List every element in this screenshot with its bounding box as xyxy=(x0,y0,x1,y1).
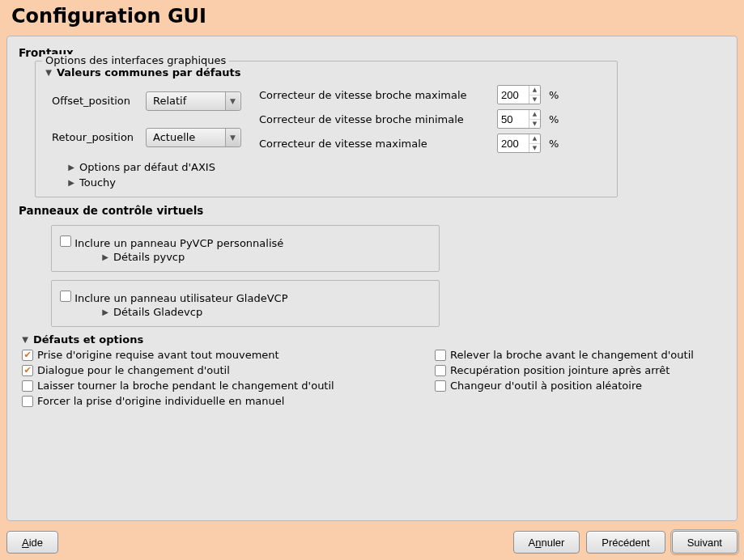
gladevcp-include-label[interactable]: Inclure un panneau utilisateur GladeVCP xyxy=(74,292,287,304)
spin-down-icon[interactable]: ▼ xyxy=(529,95,540,104)
pyvcp-include-label[interactable]: Inclure un panneau PyVCP personnalisé xyxy=(74,237,283,249)
spin-up-icon[interactable]: ▲ xyxy=(529,134,540,144)
spin-up-icon[interactable]: ▲ xyxy=(529,110,540,120)
retour-position-label: Retour_position xyxy=(52,131,141,143)
opt-restore-joint[interactable]: Recupération position jointure après arr… xyxy=(435,364,744,376)
main-panel: Frontaux Options des interfaces graphiqu… xyxy=(6,36,738,521)
spin-down-icon[interactable]: ▼ xyxy=(529,120,540,129)
offset-position-label: Offset_position xyxy=(52,95,141,107)
max-speed-input[interactable] xyxy=(498,134,529,152)
opt-random-toolchanger[interactable]: Changeur d'outil à position aléatoire xyxy=(435,380,744,392)
gladevcp-fieldset: Inclure un panneau utilisateur GladeVCP … xyxy=(51,280,440,327)
defaults-heading[interactable]: Défauts et options xyxy=(33,333,143,346)
help-rest: ide xyxy=(29,537,43,549)
max-speed-spinner[interactable]: ▲▼ xyxy=(497,134,541,153)
help-button[interactable]: Aide xyxy=(6,531,58,554)
opt-label: Dialogue pour le changement d'outil xyxy=(37,364,230,376)
expander-pyvcp-details-icon[interactable] xyxy=(100,253,110,261)
button-bar: Aide Annuler Précédent Suivant xyxy=(6,531,738,554)
opt-raise-spindle[interactable]: Relever la broche avant le changement d'… xyxy=(435,349,744,361)
retour-position-value: Actuelle xyxy=(153,131,195,143)
max-spindle-label: Correcteur de vitesse broche maximale xyxy=(259,89,494,101)
min-spindle-label: Correcteur de vitesse broche minimale xyxy=(259,113,494,125)
opt-toolchange-dialog[interactable]: Dialogue pour le changement d'outil xyxy=(22,364,419,376)
max-speed-label: Correcteur de vitesse maximale xyxy=(259,138,494,150)
back-button[interactable]: Précédent xyxy=(586,531,665,554)
chevron-down-icon: ▼ xyxy=(225,92,240,110)
max-spindle-input[interactable] xyxy=(498,86,529,104)
pyvcp-fieldset: Inclure un panneau PyVCP personnalisé Dé… xyxy=(51,225,440,272)
opt-force-individual-homing[interactable]: Forcer la prise d'origine individuelle e… xyxy=(22,395,419,407)
min-spindle-spinner[interactable]: ▲▼ xyxy=(497,109,541,129)
max-spindle-spinner[interactable]: ▲▼ xyxy=(497,85,541,104)
expander-touchy-icon[interactable] xyxy=(66,179,76,187)
touchy-label[interactable]: Touchy xyxy=(79,176,116,189)
retour-position-dropdown[interactable]: Actuelle ▼ xyxy=(146,128,241,147)
checkbox[interactable] xyxy=(435,365,446,376)
common-defaults-label[interactable]: Valeurs communes par défauts xyxy=(57,66,240,78)
checkbox[interactable] xyxy=(22,365,33,376)
percent-label: % xyxy=(549,138,565,150)
opt-label: Prise d'origine requise avant tout mouve… xyxy=(37,349,279,361)
pyvcp-details-label[interactable]: Détails pyvcp xyxy=(113,251,185,263)
gui-options-fieldset: Options des interfaces graphiques Valeur… xyxy=(35,61,618,197)
spin-up-icon[interactable]: ▲ xyxy=(529,86,540,95)
chevron-down-icon: ▼ xyxy=(225,129,240,146)
checkbox[interactable] xyxy=(22,350,33,361)
pyvcp-include-checkbox[interactable] xyxy=(60,235,71,247)
spin-down-icon[interactable]: ▼ xyxy=(529,144,540,153)
opt-label: Laisser tourner la broche pendant le cha… xyxy=(37,380,334,392)
checkbox[interactable] xyxy=(435,380,446,392)
offset-position-value: Relatif xyxy=(153,95,186,107)
opt-label: Forcer la prise d'origine individuelle e… xyxy=(37,395,284,407)
cancel-button[interactable]: Annuler xyxy=(513,531,580,554)
offset-position-dropdown[interactable]: Relatif ▼ xyxy=(146,91,241,111)
opt-label: Changeur d'outil à position aléatoire xyxy=(450,380,642,392)
gui-options-legend: Options des interfaces graphiques xyxy=(42,54,229,66)
checkbox[interactable] xyxy=(22,380,33,392)
vcp-heading: Panneaux de contrôle virtuels xyxy=(19,204,725,217)
checkbox[interactable] xyxy=(22,396,33,407)
glade-details-label[interactable]: Détails Gladevcp xyxy=(113,306,202,318)
opt-homing-required[interactable]: Prise d'origine requise avant tout mouve… xyxy=(22,349,419,361)
page-title: Configuration GUI xyxy=(11,5,733,28)
opt-label: Recupération position jointure après arr… xyxy=(450,364,670,376)
expander-glade-details-icon[interactable] xyxy=(100,308,110,316)
expander-defaults-icon[interactable] xyxy=(20,336,30,344)
percent-label: % xyxy=(549,113,565,125)
expander-common-defaults-icon[interactable] xyxy=(44,69,53,77)
expander-axis-defaults-icon[interactable] xyxy=(66,163,76,172)
checkbox[interactable] xyxy=(435,350,446,361)
opt-label: Relever la broche avant le changement d'… xyxy=(450,349,694,361)
next-button[interactable]: Suivant xyxy=(672,531,738,554)
gladevcp-include-checkbox[interactable] xyxy=(60,291,71,302)
axis-defaults-label[interactable]: Options par défaut d'AXIS xyxy=(79,161,215,173)
percent-label: % xyxy=(549,89,565,101)
min-spindle-input[interactable] xyxy=(498,110,529,128)
opt-spindle-run-toolchange[interactable]: Laisser tourner la broche pendant le cha… xyxy=(22,380,419,392)
